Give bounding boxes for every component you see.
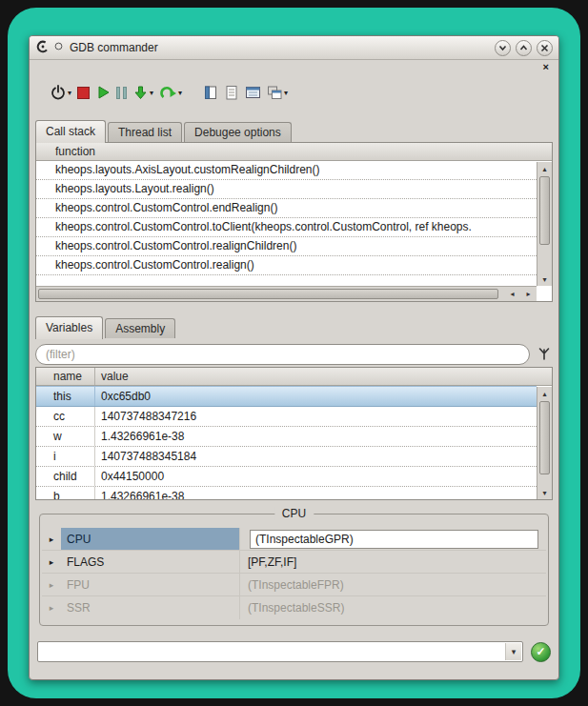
cpu-groupbox-title: CPU [274, 507, 314, 520]
chevron-down-icon: ▾ [512, 647, 517, 656]
cpu-register-row[interactable]: ▸ CPU (TInspectableGPR) [42, 528, 546, 551]
stop-icon [77, 87, 90, 99]
chevron-down-icon: ▾ [150, 89, 153, 97]
scroll-down-icon[interactable]: ▾ [537, 272, 552, 286]
callstack-horizontal-scrollbar[interactable]: ◂ ▸ [36, 286, 537, 301]
docs-icon [203, 85, 218, 101]
chevron-down-icon: ▾ [68, 89, 71, 97]
scroll-left-icon[interactable]: ◂ [504, 287, 520, 301]
power-icon [50, 84, 67, 101]
expand-arrow-icon[interactable]: ▸ [42, 580, 61, 590]
command-combobox[interactable]: ▾ [37, 641, 523, 662]
variable-row[interactable]: w 1.43266961e-38 [36, 427, 537, 447]
command-row: ▾ ✓ [30, 639, 558, 664]
column-header-value[interactable]: value [95, 370, 129, 383]
tab-thread-list[interactable]: Thread list [108, 122, 182, 142]
filter-icon[interactable] [536, 345, 553, 365]
pin-icon[interactable] [53, 41, 64, 54]
scrollbar-handle[interactable] [539, 401, 550, 474]
combo-dropdown-button[interactable]: ▾ [505, 643, 521, 660]
cpu-register-row[interactable]: ▸ FLAGS [PF,ZF,IF] [42, 551, 546, 574]
variables-header-row: name value [36, 368, 552, 386]
pause-icon [116, 87, 127, 99]
chevron-up-icon [519, 44, 528, 52]
gdb-commander-window: GDB commander × [29, 35, 559, 680]
chevron-down-icon: ▾ [178, 89, 182, 97]
variable-row[interactable]: this 0xc65db0 [36, 386, 537, 407]
tab-assembly[interactable]: Assembly [105, 318, 175, 338]
column-header-function[interactable]: function [36, 145, 95, 158]
window-title: GDB commander [70, 41, 158, 54]
register-value-field[interactable]: (TInspectableGPR) [250, 530, 538, 549]
terminal-icon [245, 85, 261, 100]
scrollbar-handle[interactable] [38, 289, 498, 299]
call-stack-panel: function kheops.layouts.AxisLayout.custo… [35, 142, 553, 302]
close-icon [540, 44, 549, 52]
callstack-row[interactable]: kheops.layouts.Layout.realign() [36, 180, 537, 199]
scrollbar-handle[interactable] [539, 176, 550, 245]
app-icon[interactable] [35, 39, 51, 57]
variables-filter-row [30, 342, 558, 367]
cpu-register-row[interactable]: ▸ FPU (TInspectableFPR) [42, 574, 546, 596]
variable-row[interactable]: b 1.43266961e-38 [36, 487, 537, 500]
titlebar[interactable]: GDB commander [30, 36, 558, 60]
scroll-down-icon[interactable]: ▾ [537, 486, 552, 499]
log-icon [224, 85, 239, 101]
maximize-button[interactable] [516, 40, 532, 56]
show-windows-button[interactable]: ▾ [264, 83, 291, 103]
step-over-icon [159, 84, 177, 101]
chevron-down-icon [498, 44, 507, 52]
run-button[interactable] [92, 83, 113, 102]
tab-debugee-options[interactable]: Debugee options [184, 122, 292, 142]
cpu-register-row[interactable]: ▸ SSR (TInspectableSSR) [42, 596, 546, 619]
filter-input[interactable] [35, 344, 530, 365]
callstack-row[interactable]: kheops.control.CustomControl.realignChil… [36, 237, 537, 256]
dock-titlebar: × [30, 60, 558, 75]
expand-arrow-icon[interactable]: ▸ [42, 557, 61, 567]
run-icon [95, 85, 111, 100]
step-over-button[interactable]: ▾ [156, 82, 185, 103]
expand-arrow-icon[interactable]: ▸ [42, 603, 61, 613]
execute-button[interactable]: ✓ [531, 642, 551, 662]
variable-row[interactable]: cc 140737488347216 [36, 407, 537, 427]
callstack-vertical-scrollbar[interactable]: ▴ ▾ [537, 162, 552, 286]
minimize-button[interactable] [495, 40, 511, 56]
kill-target-button[interactable]: ▾ [47, 82, 74, 103]
callstack-row[interactable]: kheops.control.CustomControl.realign() [36, 256, 537, 275]
expand-arrow-icon[interactable]: ▸ [42, 535, 61, 544]
windows-icon [267, 85, 283, 101]
close-button[interactable] [537, 40, 553, 56]
scroll-right-icon[interactable]: ▸ [520, 287, 537, 301]
variable-row[interactable]: i 140737488345184 [36, 447, 537, 467]
screenshot-frame: GDB commander × [8, 8, 580, 698]
variables-panel: name value this 0xc65db0 cc 140737488347… [35, 367, 553, 500]
pause-button[interactable] [113, 85, 130, 101]
show-console-button[interactable] [242, 83, 264, 102]
show-log-button[interactable] [221, 83, 242, 103]
callstack-row[interactable]: kheops.control.CustomControl.toClient(kh… [36, 218, 537, 237]
stack-tabbar: Call stack Thread list Debugee options [35, 119, 558, 142]
callstack-header-row: function [36, 143, 552, 161]
variables-vertical-scrollbar[interactable]: ▴ ▾ [537, 387, 552, 499]
dock-close-icon[interactable]: × [543, 60, 549, 73]
step-into-icon [132, 85, 149, 101]
stop-button[interactable] [74, 85, 92, 101]
command-input[interactable] [38, 642, 522, 661]
step-into-button[interactable]: ▾ [130, 83, 156, 103]
cpu-groupbox: CPU ▸ CPU (TInspectableGPR) ▸ FLAGS [PF,… [39, 514, 549, 626]
chevron-down-icon: ▾ [284, 89, 288, 97]
scroll-up-icon[interactable]: ▴ [537, 162, 552, 175]
variable-row[interactable]: child 0x44150000 [36, 467, 537, 487]
show-docs-button[interactable] [200, 83, 221, 103]
scroll-up-icon[interactable]: ▴ [537, 387, 552, 400]
inspect-tabbar: Variables Assembly [35, 315, 558, 338]
tab-variables[interactable]: Variables [35, 316, 103, 339]
debug-toolbar: ▾ ▾ [30, 75, 558, 110]
callstack-row[interactable]: kheops.layouts.AxisLayout.customRealignC… [36, 161, 537, 180]
column-header-name[interactable]: name [36, 368, 95, 385]
tab-call-stack[interactable]: Call stack [35, 120, 106, 143]
check-icon: ✓ [536, 645, 545, 658]
callstack-row[interactable]: kheops.control.CustomControl.endRealign(… [36, 199, 537, 218]
